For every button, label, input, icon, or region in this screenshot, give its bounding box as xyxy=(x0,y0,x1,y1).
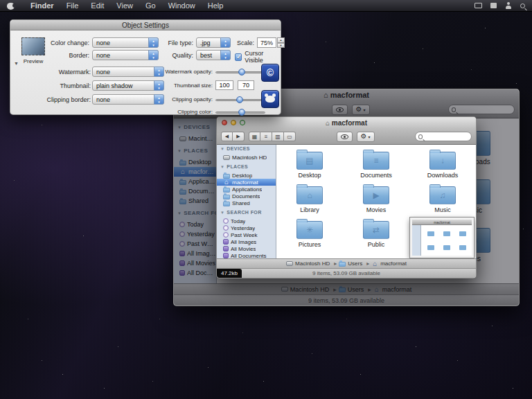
clipping-border-select[interactable]: none▴▾ xyxy=(92,94,164,105)
folder-icon xyxy=(179,190,186,195)
sidebar-item[interactable]: All Movies xyxy=(174,258,216,268)
menu-item[interactable]: Finder xyxy=(24,0,60,12)
path-item[interactable]: Users xyxy=(339,260,369,267)
quick-look-button[interactable] xyxy=(337,132,353,142)
menu-item[interactable]: View xyxy=(110,0,139,12)
search-icon xyxy=(452,107,456,112)
view-switcher: ▦ ≡ ▥ ▭ xyxy=(249,132,296,141)
sidebar-item[interactable]: macformat xyxy=(174,167,216,177)
sidebar-item[interactable]: Past Week xyxy=(174,239,216,249)
sidebar-item[interactable]: Documents xyxy=(217,193,276,200)
screenshot-preview-content xyxy=(421,225,472,256)
sidebar-item[interactable]: Today xyxy=(217,218,276,224)
sidebar-item[interactable]: Yesterday xyxy=(174,229,216,239)
forward-button[interactable]: ▶ xyxy=(233,132,245,141)
action-button[interactable]: ⚙▾ xyxy=(352,105,370,115)
slider-thumb[interactable] xyxy=(238,69,245,76)
smart-icon xyxy=(223,253,229,258)
path-item[interactable]: macformat xyxy=(373,286,412,293)
title-bar[interactable]: macformat xyxy=(217,117,476,128)
folder-item[interactable]: ⇄ Public xyxy=(343,217,409,251)
sidebar-item[interactable]: Shared xyxy=(217,200,276,206)
path-item[interactable]: Macintosh HD xyxy=(281,286,337,293)
disk-icon xyxy=(179,136,186,141)
screenshot-preview[interactable]: macformat xyxy=(410,218,474,258)
apple-menu-icon[interactable] xyxy=(7,1,15,10)
search-input[interactable] xyxy=(458,105,511,114)
menu-extra-icon[interactable] xyxy=(490,3,497,8)
thumbnail-height-input[interactable]: 70 xyxy=(238,80,254,90)
sidebar-item[interactable]: Today xyxy=(174,220,216,229)
thumbnail-width-input[interactable]: 100 xyxy=(215,80,233,90)
sidebar-item[interactable]: All Movies xyxy=(217,245,276,252)
sidebar-item[interactable]: Desktop xyxy=(174,157,216,167)
color-change-select[interactable]: none▴▾ xyxy=(92,37,159,48)
folder-item[interactable]: ⌂ Library xyxy=(276,182,343,217)
preview-thumbnail[interactable] xyxy=(21,37,45,55)
list-view-icon[interactable]: ≡ xyxy=(260,132,272,141)
search-input[interactable] xyxy=(425,132,468,141)
quality-select[interactable]: best▴▾ xyxy=(196,50,231,60)
menu-item[interactable]: File xyxy=(60,0,85,12)
zoom-button[interactable] xyxy=(240,120,245,125)
sidebar-devices-list: Macintosh HD xyxy=(174,134,216,143)
sidebar-item[interactable]: Desktop xyxy=(217,172,276,179)
sidebar-item[interactable]: All Images xyxy=(217,238,276,245)
sidebar-item[interactable]: Yesterday xyxy=(217,224,276,231)
folder-item[interactable]: ♫ Music xyxy=(409,182,476,217)
clock-icon xyxy=(179,222,185,227)
scale-stepper[interactable]: 75% ▲▼ xyxy=(257,37,285,48)
close-button[interactable] xyxy=(222,120,227,125)
sidebar-item[interactable]: Applications xyxy=(217,186,276,193)
sidebar-item[interactable]: Past Week xyxy=(217,231,276,238)
column-view-icon[interactable]: ▥ xyxy=(272,132,284,141)
path-item[interactable]: Macintosh HD xyxy=(286,260,337,267)
sidebar-item[interactable]: Macintosh HD xyxy=(217,154,276,161)
watermark-opacity-slider[interactable] xyxy=(215,68,265,76)
sidebar-item[interactable]: Macintosh HD xyxy=(174,134,216,143)
slider-thumb[interactable] xyxy=(238,109,245,116)
sidebar-item[interactable]: All Documents xyxy=(217,252,276,258)
folder-item[interactable]: ≡ Documents xyxy=(343,148,409,182)
sidebar-item[interactable]: Documents xyxy=(174,186,216,196)
cursor-visible-checkbox[interactable] xyxy=(235,53,242,61)
sidebar-item[interactable]: macformat xyxy=(217,179,276,186)
sidebar-item[interactable]: All Documents xyxy=(174,268,216,278)
spotlight-icon[interactable] xyxy=(520,3,525,8)
quick-look-button[interactable] xyxy=(332,105,348,115)
slider-thumb[interactable] xyxy=(236,96,243,103)
back-button[interactable]: ◀ xyxy=(221,132,233,141)
clipping-opacity-slider[interactable] xyxy=(215,96,265,104)
menu-item[interactable]: Edit xyxy=(85,0,110,12)
menu-item[interactable]: Go xyxy=(139,0,162,12)
displays-icon[interactable] xyxy=(475,3,482,8)
minimize-button[interactable] xyxy=(231,120,236,125)
sidebar-item[interactable]: Applications xyxy=(174,177,216,186)
menu-item[interactable]: Help xyxy=(202,0,230,12)
folder-item[interactable]: ↓ Downloads xyxy=(409,148,476,182)
folder-item[interactable]: ▶ Movies xyxy=(343,182,409,217)
clipping-color-slider[interactable] xyxy=(215,108,265,116)
file-type-select[interactable]: .jpg▴▾ xyxy=(196,37,231,48)
thumbnail-size-label: Thumbnail size: xyxy=(164,82,213,89)
folder-item[interactable]: ✳ Pictures xyxy=(276,217,343,251)
menu-item[interactable]: Window xyxy=(162,0,202,12)
path-item[interactable]: Users xyxy=(339,286,371,293)
watermark-label: Watermark: xyxy=(31,69,91,76)
sidebar-item[interactable]: All Images xyxy=(174,249,216,258)
folder-item[interactable]: ▤ Desktop xyxy=(276,148,343,182)
icon-view-icon[interactable]: ▦ xyxy=(249,132,260,141)
dialog-title-bar[interactable]: Object Settings xyxy=(10,20,281,30)
action-button[interactable]: ⚙▾ xyxy=(357,132,375,142)
clipping-mascot-icon xyxy=(261,90,279,108)
stepper-arrows-icon[interactable]: ▲▼ xyxy=(277,37,285,48)
coverflow-view-icon[interactable]: ▭ xyxy=(284,132,296,141)
popup-arrows-icon: ▴▾ xyxy=(155,68,163,76)
border-select[interactable]: none▴▾ xyxy=(92,50,159,60)
path-item[interactable]: macformat xyxy=(371,260,407,267)
sidebar-item[interactable]: Shared xyxy=(174,196,216,206)
user-icon[interactable] xyxy=(505,2,512,10)
toolbar: ◀ ▶ ▦ ≡ ▥ ▭ ⚙▾ xyxy=(217,128,476,145)
thumbnail-select[interactable]: plain shadow▴▾ xyxy=(92,80,164,91)
watermark-select[interactable]: none▴▾ xyxy=(92,66,164,77)
